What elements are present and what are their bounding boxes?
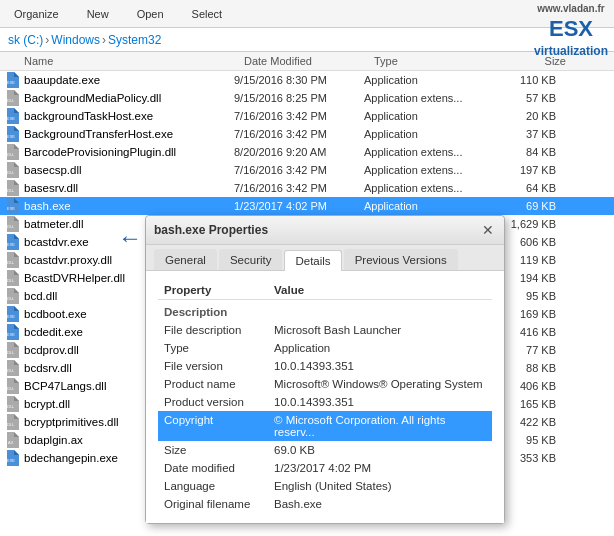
svg-text:DLL: DLL [7,404,15,409]
file-icon-dll: DLL [4,342,20,358]
file-icon-exe: EXE [4,234,20,250]
file-size: 20 KB [494,110,564,122]
col-header-type[interactable]: Type [374,55,504,67]
file-name: basecsp.dll [24,164,234,176]
file-icon-dll: DLL [4,396,20,412]
file-size: 69 KB [494,200,564,212]
file-name: BackgroundMediaPolicy.dll [24,92,234,104]
svg-text:DLL: DLL [7,350,15,355]
file-icon-dll: DLL [4,144,20,160]
dialog-tab-security[interactable]: Security [219,249,283,270]
file-icon-exe: EXE [4,108,20,124]
svg-text:EXE: EXE [7,206,15,211]
file-icon-exe: EXE [4,198,20,214]
address-part-drive[interactable]: sk (C:) [8,33,43,47]
svg-text:DLL: DLL [7,422,15,427]
svg-text:DLL: DLL [7,296,15,301]
svg-text:DLL: DLL [7,152,15,157]
svg-text:DLL: DLL [7,170,15,175]
prop-key: File description [158,321,268,339]
dialog-tabs: GeneralSecurityDetailsPrevious Versions [146,245,504,271]
file-type: Application extens... [364,164,494,176]
file-type: Application extens... [364,182,494,194]
file-row[interactable]: DLL BarcodeProvisioningPlugin.dll8/20/20… [0,143,614,161]
file-date: 9/15/2016 8:30 PM [234,74,364,86]
organize-button[interactable]: Organize [8,6,65,22]
address-part-windows[interactable]: Windows [51,33,100,47]
file-row[interactable]: EXE backgroundTaskHost.exe7/16/2016 3:42… [0,107,614,125]
file-row[interactable]: EXE bash.exe1/23/2017 4:02 PMApplication… [0,197,614,215]
svg-text:DLL: DLL [7,188,15,193]
col-header-date[interactable]: Date Modified [244,55,374,67]
file-icon-dll: DLL [4,378,20,394]
file-icon-dll: DLL [4,414,20,430]
dialog-content: Property Value DescriptionFile descripti… [146,271,504,523]
file-row[interactable]: DLL BackgroundMediaPolicy.dll9/15/2016 8… [0,89,614,107]
dialog-close-button[interactable]: ✕ [480,222,496,238]
prop-key: Date modified [158,459,268,477]
file-size: 57 KB [494,92,564,104]
svg-text:EXE: EXE [7,458,15,463]
file-icon-dll: DLL [4,360,20,376]
file-size: 84 KB [494,146,564,158]
file-row[interactable]: DLL basesrv.dll7/16/2016 3:42 PMApplicat… [0,179,614,197]
file-size: 110 KB [494,74,564,86]
dialog-tab-previous-versions[interactable]: Previous Versions [344,249,458,270]
file-name: basesrv.dll [24,182,234,194]
prop-value: 10.0.14393.351 [268,393,492,411]
prop-key: Type [158,339,268,357]
prop-row: Copyright© Microsoft Corporation. All ri… [158,411,492,441]
prop-key: Size [158,441,268,459]
file-icon-ax: AX [4,432,20,448]
prop-row: Product version10.0.14393.351 [158,393,492,411]
file-type: Application [364,200,494,212]
file-type: Application extens... [364,146,494,158]
column-headers: Name Date Modified Type Size [0,52,614,71]
file-name: BackgroundTransferHost.exe [24,128,234,140]
dialog-tab-general[interactable]: General [154,249,217,270]
prop-value: English (United States) [268,477,492,495]
properties-table: Property Value DescriptionFile descripti… [158,281,492,513]
select-button[interactable]: Select [186,6,229,22]
file-date: 7/16/2016 3:42 PM [234,110,364,122]
svg-text:EXE: EXE [7,116,15,121]
col-header-size[interactable]: Size [504,55,574,67]
svg-text:EXE: EXE [7,80,15,85]
new-button[interactable]: New [81,6,115,22]
svg-text:DLL: DLL [7,278,15,283]
file-date: 7/16/2016 3:42 PM [234,128,364,140]
file-icon-dll: DLL [4,288,20,304]
dialog-tab-details[interactable]: Details [284,250,341,271]
prop-key: Product name [158,375,268,393]
prop-row: File version10.0.14393.351 [158,357,492,375]
file-icon-dll: DLL [4,162,20,178]
prop-key: Copyright [158,411,268,441]
file-icon-dll: DLL [4,90,20,106]
prop-key: File version [158,357,268,375]
file-row[interactable]: EXE baaupdate.exe9/15/2016 8:30 PMApplic… [0,71,614,89]
file-date: 9/15/2016 8:25 PM [234,92,364,104]
file-row[interactable]: EXE BackgroundTransferHost.exe7/16/2016 … [0,125,614,143]
file-size: 64 KB [494,182,564,194]
svg-text:EXE: EXE [7,242,15,247]
file-type: Application [364,110,494,122]
file-name: bash.exe [24,200,234,212]
file-type: Application [364,128,494,140]
address-part-system32[interactable]: System32 [108,33,161,47]
svg-text:DLL: DLL [7,368,15,373]
prop-row: LanguageEnglish (United States) [158,477,492,495]
file-icon-exe: EXE [4,306,20,322]
prop-value: © Microsoft Corporation. All rights rese… [268,411,492,441]
toolbar: Organize New Open Select [0,0,614,28]
svg-text:DLL: DLL [7,224,15,229]
file-icon-dll: DLL [4,270,20,286]
open-button[interactable]: Open [131,6,170,22]
prop-key: Language [158,477,268,495]
file-type: Application extens... [364,92,494,104]
file-row[interactable]: DLL basecsp.dll7/16/2016 3:42 PMApplicat… [0,161,614,179]
properties-dialog: bash.exe Properties ✕ GeneralSecurityDet… [145,215,505,524]
svg-text:EXE: EXE [7,314,15,319]
file-date: 8/20/2016 9:20 AM [234,146,364,158]
svg-text:DLL: DLL [7,98,15,103]
col-header-name[interactable]: Name [24,55,244,67]
